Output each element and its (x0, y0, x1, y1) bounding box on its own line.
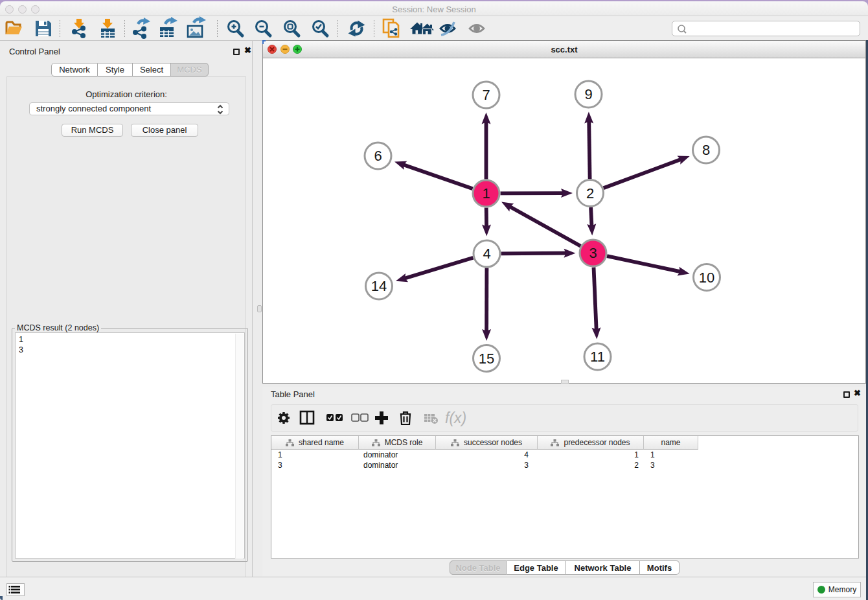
svg-text:2: 2 (586, 185, 594, 202)
svg-text:11: 11 (590, 349, 605, 365)
svg-text:6: 6 (374, 148, 382, 164)
svg-text:14: 14 (371, 278, 387, 294)
svg-text:f(x): f(x) (445, 410, 466, 426)
svg-text:15: 15 (479, 351, 494, 367)
svg-text:1: 1 (482, 185, 490, 202)
svg-text:4: 4 (483, 246, 490, 262)
svg-text:3: 3 (589, 245, 597, 261)
svg-text:7: 7 (482, 87, 490, 103)
svg-text:8: 8 (702, 142, 710, 158)
svg-text:10: 10 (699, 270, 714, 286)
svg-text:9: 9 (584, 86, 592, 102)
